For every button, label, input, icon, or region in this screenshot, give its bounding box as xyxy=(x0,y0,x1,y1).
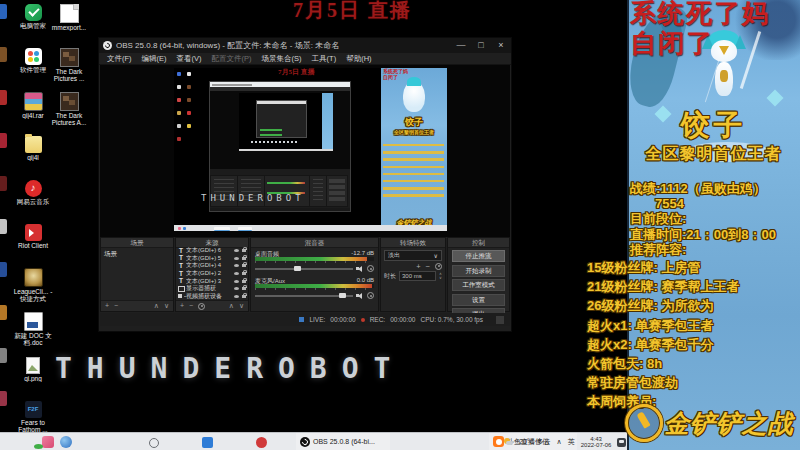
desktop-icon[interactable]: LeagueCli... - 快捷方式 xyxy=(12,268,54,310)
taskbar-blue-app-icon[interactable] xyxy=(202,437,213,448)
duration-field[interactable]: 300 ms xyxy=(399,271,436,281)
desktop-icon[interactable]: qi.png xyxy=(12,357,54,399)
control-button[interactable]: 工作室模式 xyxy=(452,279,505,291)
move-scene-down-icon[interactable]: ∨ xyxy=(164,301,169,311)
clipped-desktop-icon[interactable] xyxy=(0,391,7,406)
lock-icon[interactable] xyxy=(242,249,246,252)
speaker-mute-icon[interactable] xyxy=(356,293,364,299)
clipped-desktop-icon[interactable] xyxy=(0,4,7,19)
lock-icon[interactable] xyxy=(242,280,246,283)
desktop-icon[interactable]: qij4l xyxy=(12,136,54,178)
visibility-eye-icon[interactable] xyxy=(234,249,239,252)
menu-item[interactable]: 文件(F) xyxy=(102,54,137,64)
desktop-icon-label: Riot Client xyxy=(12,242,54,249)
volume-slider[interactable] xyxy=(255,295,353,297)
desktop-icon[interactable]: 新建 DOC 文档.doc xyxy=(12,312,54,354)
remove-source-icon[interactable]: − xyxy=(189,301,193,311)
visibility-eye-icon[interactable] xyxy=(234,287,239,290)
lock-icon[interactable] xyxy=(242,287,246,290)
file-icon xyxy=(60,48,79,67)
source-type-icon xyxy=(178,271,184,277)
visibility-eye-icon[interactable] xyxy=(234,272,239,275)
clipped-desktop-icon[interactable] xyxy=(0,305,7,320)
move-source-down-icon[interactable]: ∨ xyxy=(239,301,244,311)
volume-slider-handle[interactable] xyxy=(294,266,301,271)
channel-gear-icon[interactable] xyxy=(367,265,374,272)
taskbar-red-app-icon[interactable] xyxy=(256,437,267,448)
desktop-icon[interactable]: Riot Client xyxy=(12,224,54,266)
clipped-desktop-icon[interactable] xyxy=(0,133,7,148)
lock-icon[interactable] xyxy=(242,264,246,267)
volume-meter xyxy=(255,284,374,288)
clipped-desktop-icon[interactable] xyxy=(0,176,7,191)
add-scene-icon[interactable]: + xyxy=(105,301,109,311)
duration-spinner[interactable]: ∧∨ xyxy=(439,272,442,280)
app-icon xyxy=(25,180,42,197)
duration-label: 时长 xyxy=(384,272,396,281)
source-properties-gear-icon[interactable] xyxy=(198,303,205,310)
clipped-desktop-icon[interactable] xyxy=(0,262,7,277)
overlay-info-lines: 战绩:1112（虽败由鸡）7554目前段位:直播时间:21：00到8：00推荐阵… xyxy=(585,181,800,257)
remove-transition-icon[interactable]: − xyxy=(426,262,430,271)
visibility-eye-icon[interactable] xyxy=(234,264,239,267)
visibility-eye-icon[interactable] xyxy=(234,280,239,283)
channel-db-value: 0.0 dB xyxy=(357,277,374,284)
source-type-icon xyxy=(178,293,184,299)
captured-wallpaper-text: THUNDEROBOT xyxy=(201,193,305,203)
tray-expand-icon[interactable]: ∧ xyxy=(557,438,562,446)
lock-icon[interactable] xyxy=(242,295,246,298)
input-language-indicator[interactable]: 英 xyxy=(568,437,575,447)
clipped-desktop-icon[interactable] xyxy=(0,47,7,62)
action-center-icon[interactable] xyxy=(617,438,626,447)
add-source-icon[interactable]: + xyxy=(180,301,184,311)
taskbar-pinned-app-icon[interactable] xyxy=(42,436,54,448)
control-button[interactable]: 停止推流 xyxy=(452,250,505,262)
clipped-desktop-icon[interactable] xyxy=(0,90,7,105)
move-scene-up-icon[interactable]: ∧ xyxy=(154,301,159,311)
menu-item[interactable]: 配置文件(P) xyxy=(207,54,257,64)
remove-scene-icon[interactable]: − xyxy=(114,301,118,311)
visibility-eye-icon[interactable] xyxy=(234,295,239,298)
volume-slider[interactable] xyxy=(255,268,353,270)
menu-item[interactable]: 编辑(E) xyxy=(137,54,172,64)
move-source-up-icon[interactable]: ∧ xyxy=(229,301,234,311)
transition-select[interactable]: 淡出 ∨ xyxy=(384,250,442,261)
menu-item[interactable]: 查看(V) xyxy=(172,54,207,64)
visibility-eye-icon[interactable] xyxy=(234,257,239,260)
control-button[interactable]: 设置 xyxy=(452,294,505,306)
weather-text[interactable]: 20°C 多云 xyxy=(519,437,551,447)
app-icon xyxy=(24,268,43,287)
maximize-button[interactable]: □ xyxy=(471,38,491,53)
obs-titlebar[interactable]: OBS 25.0.8 (64-bit, windows) - 配置文件: 未命名… xyxy=(99,38,511,53)
minimize-button[interactable]: — xyxy=(451,38,471,53)
taskbar-clock[interactable]: 4:43 2022-07-06 xyxy=(581,436,612,449)
taskbar-obs-button[interactable]: OBS 25.0.8 (64-bi... xyxy=(296,433,390,450)
window-buttons: — □ × xyxy=(451,38,511,53)
menu-item[interactable]: 工具(T) xyxy=(307,54,342,64)
add-transition-icon[interactable]: + xyxy=(416,262,420,271)
menu-item[interactable]: 场景集合(S) xyxy=(257,54,307,64)
lock-icon[interactable] xyxy=(242,257,246,260)
desktop-icon[interactable]: The Dark Pictures ... xyxy=(46,48,92,90)
volume-slider-handle[interactable] xyxy=(339,293,346,298)
desktop-icon-label: qi.png xyxy=(12,375,54,382)
clipped-desktop-icon[interactable] xyxy=(0,348,7,363)
desktop-icon[interactable]: 网易云音乐 xyxy=(12,180,54,222)
mixer-channel: 桌面音频 -12.7 dB xyxy=(255,250,374,273)
clipped-desktop-icon[interactable] xyxy=(0,219,7,234)
overlay-info-line: 目前段位: xyxy=(585,211,800,226)
desktop-icon[interactable]: The Dark Pictures A... xyxy=(46,92,92,134)
menu-item[interactable]: 帮助(H) xyxy=(341,54,376,64)
scene-item[interactable]: 场景 xyxy=(101,248,173,261)
speaker-mute-icon[interactable] xyxy=(356,266,364,272)
channel-gear-icon[interactable] xyxy=(367,292,374,299)
obs-preview-canvas[interactable]: 7月5日 直播 xyxy=(100,65,510,237)
lock-icon[interactable] xyxy=(242,272,246,275)
stream-date-title: 7月5日 直播 xyxy=(293,0,412,24)
close-button[interactable]: × xyxy=(491,38,511,53)
desktop-icon[interactable]: mmexport... xyxy=(46,4,92,46)
cortana-circle-icon[interactable] xyxy=(149,438,159,448)
transition-gear-icon[interactable] xyxy=(435,263,442,270)
browser-globe-icon[interactable] xyxy=(60,436,72,448)
control-button[interactable]: 开始录制 xyxy=(452,265,505,277)
